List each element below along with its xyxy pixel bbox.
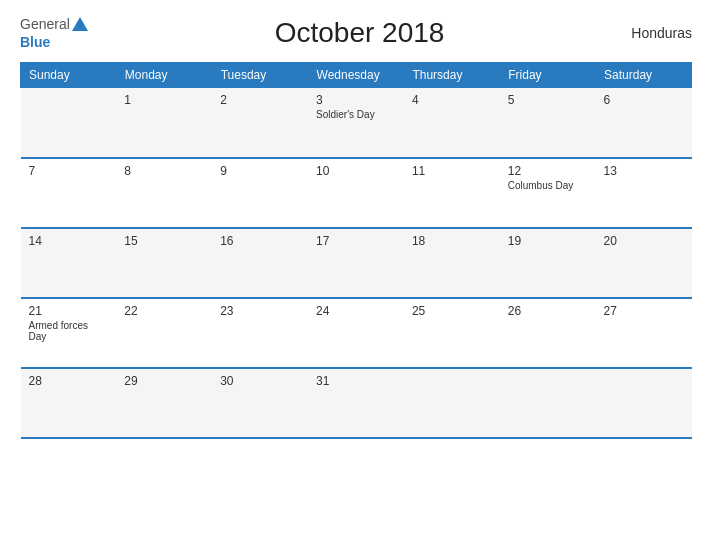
day-cell <box>596 368 692 438</box>
day-cell: 30 <box>212 368 308 438</box>
weekday-header-row: SundayMondayTuesdayWednesdayThursdayFrid… <box>21 63 692 88</box>
day-number: 23 <box>220 304 300 318</box>
day-number: 27 <box>604 304 684 318</box>
day-cell: 19 <box>500 228 596 298</box>
day-number: 11 <box>412 164 492 178</box>
day-cell <box>21 88 117 158</box>
day-number: 31 <box>316 374 396 388</box>
weekday-header-friday: Friday <box>500 63 596 88</box>
calendar: SundayMondayTuesdayWednesdayThursdayFrid… <box>20 62 692 439</box>
day-cell: 27 <box>596 298 692 368</box>
day-cell: 10 <box>308 158 404 228</box>
day-cell: 8 <box>116 158 212 228</box>
holiday-label: Soldier's Day <box>316 109 396 120</box>
day-number: 28 <box>29 374 109 388</box>
holiday-label: Armed forces Day <box>29 320 109 342</box>
day-cell: 6 <box>596 88 692 158</box>
calendar-title: October 2018 <box>275 17 445 49</box>
day-number: 13 <box>604 164 684 178</box>
week-row-2: 789101112Columbus Day13 <box>21 158 692 228</box>
country-label: Honduras <box>631 25 692 41</box>
day-cell: 3Soldier's Day <box>308 88 404 158</box>
day-cell: 14 <box>21 228 117 298</box>
day-cell: 12Columbus Day <box>500 158 596 228</box>
day-number: 3 <box>316 93 396 107</box>
weekday-header-wednesday: Wednesday <box>308 63 404 88</box>
day-number: 29 <box>124 374 204 388</box>
weekday-header-thursday: Thursday <box>404 63 500 88</box>
day-cell: 4 <box>404 88 500 158</box>
day-number: 5 <box>508 93 588 107</box>
logo-general: General <box>20 16 70 32</box>
weekday-header-tuesday: Tuesday <box>212 63 308 88</box>
day-number: 15 <box>124 234 204 248</box>
day-cell <box>404 368 500 438</box>
day-number: 26 <box>508 304 588 318</box>
day-number: 8 <box>124 164 204 178</box>
day-number: 16 <box>220 234 300 248</box>
day-cell: 26 <box>500 298 596 368</box>
header: GeneralBlue October 2018 Honduras <box>20 16 692 50</box>
day-number: 25 <box>412 304 492 318</box>
logo-triangle-icon <box>72 17 88 31</box>
day-number: 17 <box>316 234 396 248</box>
weekday-header-sunday: Sunday <box>21 63 117 88</box>
day-cell: 17 <box>308 228 404 298</box>
day-cell: 15 <box>116 228 212 298</box>
day-number: 19 <box>508 234 588 248</box>
day-cell: 5 <box>500 88 596 158</box>
day-cell: 1 <box>116 88 212 158</box>
day-number: 10 <box>316 164 396 178</box>
day-number: 2 <box>220 93 300 107</box>
logo-blue: Blue <box>20 34 50 50</box>
week-row-1: 123Soldier's Day456 <box>21 88 692 158</box>
day-cell: 29 <box>116 368 212 438</box>
week-row-4: 21Armed forces Day222324252627 <box>21 298 692 368</box>
day-number: 7 <box>29 164 109 178</box>
day-cell: 7 <box>21 158 117 228</box>
day-number: 12 <box>508 164 588 178</box>
weekday-header-monday: Monday <box>116 63 212 88</box>
day-number: 22 <box>124 304 204 318</box>
day-number: 24 <box>316 304 396 318</box>
day-number: 6 <box>604 93 684 107</box>
day-cell: 13 <box>596 158 692 228</box>
day-cell: 25 <box>404 298 500 368</box>
day-number: 14 <box>29 234 109 248</box>
day-number: 1 <box>124 93 204 107</box>
holiday-label: Columbus Day <box>508 180 588 191</box>
logo: GeneralBlue <box>20 16 88 50</box>
day-number: 9 <box>220 164 300 178</box>
day-cell: 31 <box>308 368 404 438</box>
day-cell: 9 <box>212 158 308 228</box>
day-number: 18 <box>412 234 492 248</box>
week-row-5: 28293031 <box>21 368 692 438</box>
day-number: 20 <box>604 234 684 248</box>
day-cell: 16 <box>212 228 308 298</box>
day-cell: 28 <box>21 368 117 438</box>
day-cell: 11 <box>404 158 500 228</box>
day-number: 30 <box>220 374 300 388</box>
day-cell: 2 <box>212 88 308 158</box>
day-number: 21 <box>29 304 109 318</box>
day-cell: 21Armed forces Day <box>21 298 117 368</box>
day-cell: 24 <box>308 298 404 368</box>
day-cell: 22 <box>116 298 212 368</box>
weekday-header-saturday: Saturday <box>596 63 692 88</box>
day-cell: 18 <box>404 228 500 298</box>
day-cell: 23 <box>212 298 308 368</box>
day-number: 4 <box>412 93 492 107</box>
week-row-3: 14151617181920 <box>21 228 692 298</box>
day-cell <box>500 368 596 438</box>
day-cell: 20 <box>596 228 692 298</box>
